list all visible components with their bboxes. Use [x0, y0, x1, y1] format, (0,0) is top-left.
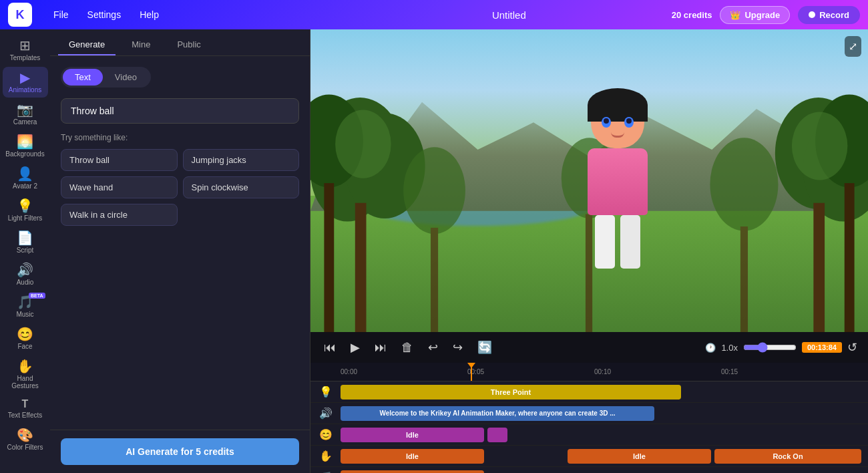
crown-icon: 👑 — [730, 10, 740, 20]
undo-button[interactable]: ↩ — [425, 337, 441, 357]
clip-face-idle2[interactable] — [487, 428, 507, 442]
toggle-text-btn[interactable]: Text — [63, 69, 103, 86]
templates-icon: ⊞ — [19, 39, 31, 52]
sidebar-item-templates[interactable]: ⊞ Templates — [3, 35, 48, 65]
face-icon: 😊 — [17, 327, 33, 341]
sidebar-label-avatar2: Avatar 2 — [13, 182, 37, 190]
playhead[interactable] — [471, 363, 472, 381]
svg-point-18 — [792, 112, 848, 180]
ai-generate-button[interactable]: AI Generate for 5 credits — [61, 438, 299, 465]
ruler-mark-5: 00:05 — [467, 368, 594, 375]
lightfilters-icon: 💡 — [17, 199, 33, 212]
clip-face-idle[interactable]: Idle — [341, 428, 484, 442]
sidebar-item-backgrounds[interactable]: 🌅 Backgrounds — [3, 131, 48, 162]
time-badge: 00:13:84 — [802, 342, 842, 353]
clock-icon: 🕐 — [705, 343, 716, 353]
sidebar-item-music[interactable]: BETA 🎵 Music — [3, 291, 48, 322]
sidebar-label-animations: Animations — [9, 86, 41, 94]
suggestion-jumping-jacks[interactable]: Jumping jacks — [183, 149, 300, 171]
track-audio-content: Welcome to the Krikey AI Animation Maker… — [341, 405, 868, 422]
track-face-content: Idle — [341, 426, 868, 444]
track-light-icon: 💡 — [310, 385, 341, 398]
sidebar-label-handgestures: Hand Gestures — [5, 375, 45, 389]
sidebar-item-audio[interactable]: 🔊 Audio — [3, 259, 48, 290]
animation-search-input[interactable] — [61, 98, 299, 124]
svg-rect-10 — [845, 183, 855, 332]
track-face-icon: 😊 — [310, 428, 341, 441]
left-sidebar: ⊞ Templates ▶ Animations 📷 Camera 🌅 Back… — [0, 29, 50, 473]
credits-display[interactable]: 20 credits — [672, 10, 712, 20]
suggestion-throw-ball[interactable]: Throw ball — [61, 149, 178, 171]
beta-badge: BETA — [29, 293, 45, 299]
sidebar-label-music: Music — [16, 311, 33, 318]
track-face: 😊 Idle — [310, 424, 868, 446]
svg-rect-8 — [813, 203, 825, 332]
record-icon — [809, 11, 815, 18]
speed-value: 1.0x — [721, 343, 738, 353]
sidebar-item-texteffects[interactable]: T Text Effects — [3, 395, 48, 423]
top-nav: K File Settings Help Untitled 20 credits… — [0, 0, 868, 29]
delete-button[interactable]: 🗑 — [399, 338, 416, 357]
svg-rect-14 — [740, 226, 748, 332]
nav-file[interactable]: File — [53, 9, 69, 20]
loop-button[interactable]: 🔄 — [475, 337, 495, 357]
clip-hands-idle1[interactable]: Idle — [341, 449, 484, 464]
track-music: 🎵 Idle — [310, 467, 868, 473]
colorfilters-icon: 🎨 — [17, 428, 33, 442]
timeline-rows: 💡 Three Point 🔊 Welcome to the Krikey AI… — [310, 381, 868, 473]
toggle-video-btn[interactable]: Video — [103, 69, 149, 86]
sidebar-item-avatar2[interactable]: 👤 Avatar 2 — [3, 163, 48, 194]
sidebar-item-colorfilters[interactable]: 🎨 Color Filters — [3, 424, 48, 455]
camera-icon: 📷 — [17, 103, 33, 116]
audio-icon: 🔊 — [17, 263, 33, 277]
speed-slider[interactable] — [743, 342, 797, 353]
play-button[interactable]: ▶ — [348, 337, 363, 357]
suggestion-spin-clockwise[interactable]: Spin clockwise — [183, 176, 300, 198]
forward-button[interactable]: ⏭ — [372, 338, 389, 357]
rewind-button[interactable]: ⏮ — [321, 338, 339, 357]
sidebar-item-animations[interactable]: ▶ Animations — [3, 67, 48, 98]
handgestures-icon: ✋ — [17, 359, 33, 373]
tab-public[interactable]: Public — [166, 35, 211, 55]
sidebar-item-lightfilters[interactable]: 💡 Light Filters — [3, 195, 48, 226]
tab-mine[interactable]: Mine — [121, 35, 161, 55]
sidebar-label-backgrounds: Backgrounds — [5, 150, 44, 158]
expand-viewport-button[interactable]: ⤢ — [845, 36, 861, 57]
svg-point-17 — [335, 110, 391, 178]
sidebar-item-handgestures[interactable]: ✋ Hand Gestures — [3, 355, 48, 393]
ruler-mark-10: 00:10 — [594, 368, 721, 375]
expand-icon: ⤢ — [849, 41, 857, 52]
nav-help[interactable]: Help — [140, 9, 159, 20]
svg-rect-5 — [324, 183, 334, 332]
clip-audio-main[interactable]: Welcome to the Krikey AI Animation Maker… — [341, 406, 654, 421]
redo-button[interactable]: ↪ — [450, 337, 465, 357]
backgrounds-icon: 🌅 — [17, 135, 33, 148]
ruler-mark-15: 00:15 — [721, 368, 848, 375]
track-light: 💡 Three Point — [310, 381, 868, 403]
suggestions-grid: Throw ball Jumping jacks Wave hand Spin … — [61, 149, 299, 226]
clip-music-idle[interactable]: Idle — [341, 470, 484, 474]
avatar-character — [571, 92, 664, 279]
suggestion-wave-hand[interactable]: Wave hand — [61, 176, 178, 198]
svg-rect-12 — [431, 228, 438, 332]
nav-settings[interactable]: Settings — [87, 9, 122, 20]
sidebar-label-script: Script — [17, 247, 34, 254]
suggestion-walk-circle[interactable]: Walk in a circle — [61, 204, 178, 226]
clip-three-point[interactable]: Three Point — [341, 385, 681, 400]
sidebar-label-camera: Camera — [13, 118, 37, 126]
svg-point-11 — [403, 147, 465, 234]
sidebar-item-face[interactable]: 😊 Face — [3, 323, 48, 354]
clip-hands-idle2[interactable]: Idle — [568, 449, 711, 464]
tab-generate[interactable]: Generate — [58, 35, 116, 55]
sidebar-item-script[interactable]: 📄 Script — [3, 227, 48, 258]
clip-hands-rockon[interactable]: Rock On — [714, 449, 861, 464]
upgrade-button[interactable]: 👑 Upgrade — [720, 6, 790, 24]
text-video-toggle: Text Video — [61, 67, 151, 88]
reset-button[interactable]: ↺ — [847, 340, 857, 355]
sidebar-item-camera[interactable]: 📷 Camera — [3, 99, 48, 130]
timeline-ruler: 00:00 00:05 00:10 00:15 — [310, 363, 868, 381]
texteffects-icon: T — [22, 399, 29, 410]
svg-point-13 — [710, 138, 778, 230]
record-button[interactable]: Record — [798, 6, 860, 24]
sidebar-label-colorfilters: Color Filters — [7, 444, 43, 451]
